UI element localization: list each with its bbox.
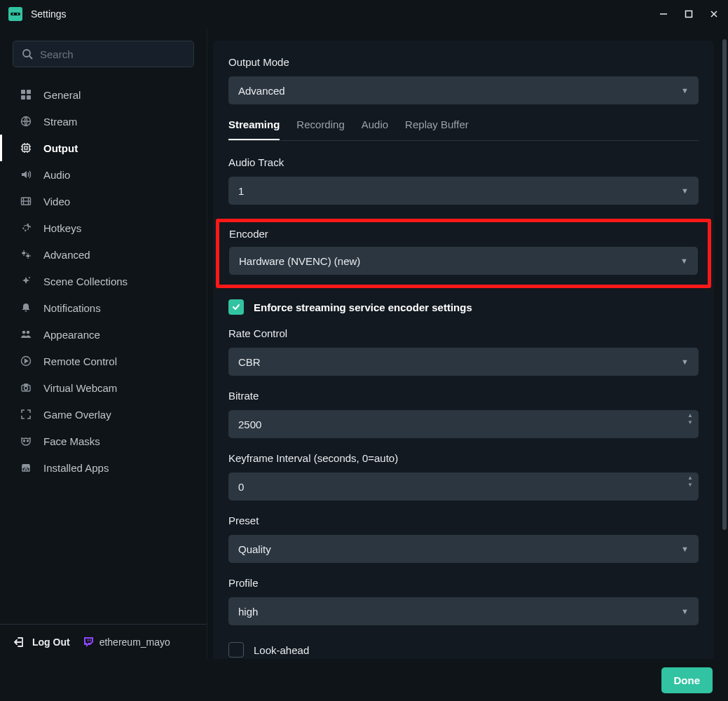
chevron-down-icon: ▼ <box>680 257 688 265</box>
sidebar-item-label: Installed Apps <box>43 462 109 474</box>
svg-point-30 <box>29 277 30 278</box>
sidebar-item-label: Remote Control <box>43 355 117 367</box>
sidebar-item-general[interactable]: General <box>0 81 207 108</box>
globe-icon <box>20 115 32 128</box>
sidebar-item-label: Advanced <box>43 249 90 261</box>
bottom-bar: Log Out ethereum_mayo <box>0 624 207 659</box>
chevron-down-icon: ▼ <box>681 186 689 195</box>
search-input-wrap[interactable] <box>13 41 194 67</box>
sidebar-item-label: General <box>43 89 81 101</box>
sidebar-item-stream[interactable]: Stream <box>0 108 207 135</box>
logout-label: Log Out <box>32 637 70 648</box>
svg-rect-0 <box>11 13 20 15</box>
scrollbar[interactable] <box>722 39 727 530</box>
chip-icon <box>20 142 32 154</box>
svg-rect-4 <box>686 11 692 18</box>
sidebar-item-video[interactable]: Video <box>0 188 207 215</box>
sidebar-item-notifications[interactable]: Notifications <box>0 294 207 321</box>
svg-point-1 <box>13 13 14 15</box>
sidebar-item-label: Hotkeys <box>43 222 81 234</box>
encoder-label: Encoder <box>229 228 698 240</box>
audio-track-select[interactable]: 1 ▼ <box>228 177 699 205</box>
chevron-down-icon: ▼ <box>681 358 689 366</box>
svg-point-35 <box>25 386 28 390</box>
tab-audio[interactable]: Audio <box>362 118 388 140</box>
keyframe-input[interactable]: 0 ▲▼ <box>228 472 699 501</box>
lookahead-label: Look-ahead <box>254 644 309 656</box>
sidebar-item-game-overlay[interactable]: Game Overlay <box>0 401 207 428</box>
search-input[interactable] <box>40 48 185 60</box>
people-icon <box>20 328 32 341</box>
sidebar-item-audio[interactable]: Audio <box>0 161 207 188</box>
tab-recording[interactable]: Recording <box>296 118 344 140</box>
enforce-row: Enforce streaming service encoder settin… <box>228 299 699 315</box>
camera-icon <box>20 381 32 394</box>
enforce-checkbox[interactable] <box>228 299 244 315</box>
sidebar-item-label: Game Overlay <box>43 409 111 421</box>
done-button[interactable]: Done <box>661 667 713 693</box>
output-mode-select[interactable]: Advanced ▼ <box>228 76 699 104</box>
svg-rect-36 <box>25 384 28 386</box>
sidebar-item-scene-collections[interactable]: Scene Collections <box>0 268 207 294</box>
sidebar-item-advanced[interactable]: Advanced <box>0 241 207 268</box>
app-icon <box>8 7 22 21</box>
svg-rect-11 <box>21 95 25 100</box>
svg-rect-10 <box>27 90 31 94</box>
svg-point-32 <box>27 331 30 334</box>
profile-select[interactable]: high ▼ <box>228 597 699 625</box>
sidebar-item-hotkeys[interactable]: Hotkeys <box>0 215 207 241</box>
footer: Done <box>207 659 728 701</box>
close-button[interactable] <box>708 8 720 20</box>
svg-point-38 <box>27 440 29 442</box>
logout-button[interactable]: Log Out <box>14 637 70 648</box>
content-area: Output Mode Advanced ▼ StreamingRecordin… <box>207 28 728 659</box>
nav-list: GeneralStreamOutputAudioVideoHotkeysAdva… <box>0 80 207 624</box>
preset-label: Preset <box>228 515 699 526</box>
tab-streaming[interactable]: Streaming <box>228 118 280 140</box>
volume-icon <box>20 168 32 181</box>
output-tabs: StreamingRecordingAudioReplay Buffer <box>228 118 699 141</box>
sidebar-item-label: Scene Collections <box>43 275 128 287</box>
user-display[interactable]: ethereum_mayo <box>83 637 170 648</box>
enforce-label: Enforce streaming service encoder settin… <box>254 301 472 313</box>
sidebar: GeneralStreamOutputAudioVideoHotkeysAdva… <box>0 28 207 659</box>
preset-select[interactable]: Quality ▼ <box>228 535 699 563</box>
sidebar-item-label: Notifications <box>43 302 101 314</box>
svg-point-29 <box>27 254 29 257</box>
sidebar-item-label: Audio <box>43 169 70 181</box>
play-icon <box>20 355 32 367</box>
svg-line-8 <box>29 56 32 59</box>
svg-point-7 <box>23 50 30 57</box>
sidebar-item-label: Video <box>43 196 70 207</box>
lookahead-checkbox[interactable] <box>228 642 244 658</box>
search-icon <box>22 48 33 60</box>
encoder-highlight: Encoder Hardware (NVENC) (new) ▼ <box>216 219 711 288</box>
sidebar-item-remote-control[interactable]: Remote Control <box>0 348 207 374</box>
rate-control-label: Rate Control <box>228 327 699 339</box>
minimize-button[interactable] <box>658 8 669 20</box>
sidebar-item-appearance[interactable]: Appearance <box>0 321 207 348</box>
keyframe-label: Keyframe Interval (seconds, 0=auto) <box>228 452 699 464</box>
sidebar-item-face-masks[interactable]: Face Masks <box>0 428 207 454</box>
film-icon <box>20 195 32 207</box>
svg-point-28 <box>22 252 25 254</box>
sidebar-item-output[interactable]: Output <box>0 135 207 161</box>
encoder-select[interactable]: Hardware (NVENC) (new) ▼ <box>229 247 698 275</box>
window-title: Settings <box>31 8 658 20</box>
svg-rect-40 <box>90 639 90 641</box>
bitrate-spinner[interactable]: ▲▼ <box>687 413 693 426</box>
bitrate-input[interactable]: 2500 ▲▼ <box>228 410 699 438</box>
tab-replay-buffer[interactable]: Replay Buffer <box>405 118 469 140</box>
twitch-icon <box>83 637 94 648</box>
svg-point-37 <box>24 440 25 442</box>
keyframe-spinner[interactable]: ▲▼ <box>687 475 693 488</box>
rate-control-select[interactable]: CBR ▼ <box>228 348 699 376</box>
sidebar-item-virtual-webcam[interactable]: Virtual Webcam <box>0 374 207 401</box>
chevron-down-icon: ▼ <box>681 545 689 553</box>
svg-rect-15 <box>25 147 27 149</box>
svg-rect-14 <box>22 144 29 151</box>
maximize-button[interactable] <box>683 8 694 20</box>
sidebar-item-installed-apps[interactable]: Installed Apps <box>0 454 207 481</box>
sidebar-item-label: Face Masks <box>43 435 100 447</box>
lookahead-row: Look-ahead <box>228 642 699 658</box>
